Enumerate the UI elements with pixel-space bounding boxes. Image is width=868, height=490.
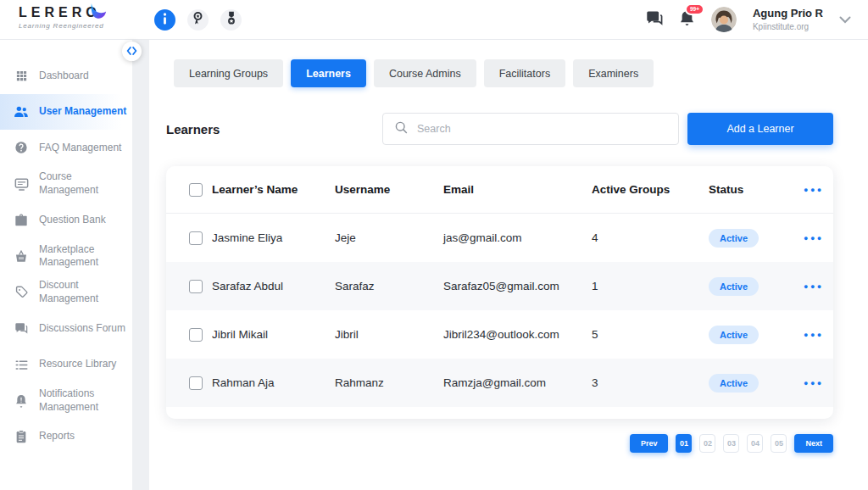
col-header-email: Email xyxy=(443,183,592,196)
briefcase-icon xyxy=(14,214,29,226)
basket-icon xyxy=(14,250,29,263)
medal-button[interactable] xyxy=(220,9,242,31)
cell-username: Rahmanz xyxy=(335,376,443,389)
user-menu[interactable]: Agung Prio R Kpiinstitute.org xyxy=(753,8,823,31)
table-header-menu-button[interactable]: ●●● xyxy=(800,186,833,194)
medal-icon xyxy=(226,11,236,28)
row-menu-button[interactable]: ●●● xyxy=(800,331,833,339)
sidebar-item-label: Marketplace Management xyxy=(39,243,129,270)
sidebar-item-label: User Management xyxy=(39,105,126,119)
sidebar-item-discount-management[interactable]: Discount Management xyxy=(0,275,132,311)
chevron-down-icon xyxy=(839,14,851,26)
notifications-button[interactable]: 99+ xyxy=(679,10,695,30)
cell-username: Sarafaz xyxy=(335,280,443,292)
pagination-page-1[interactable]: 01 xyxy=(676,434,692,453)
cell-groups: 3 xyxy=(592,376,709,389)
cell-email: Sarafaz05@gmail.com xyxy=(443,280,592,292)
messages-icon xyxy=(645,10,663,29)
chat-icon xyxy=(14,322,29,335)
rosette-badge-icon xyxy=(192,11,204,28)
sidebar-item-marketplace-management[interactable]: Marketplace Management xyxy=(0,238,132,275)
sidebar-item-discussions-forum[interactable]: Discussions Forum xyxy=(0,310,132,347)
sidebar-item-faq-management[interactable]: FAQ Management xyxy=(0,130,132,166)
row-menu-button[interactable]: ●●● xyxy=(800,379,833,387)
sidebar-item-dashboard[interactable]: Dashboard xyxy=(0,58,132,94)
sidebar-item-label: Resource Library xyxy=(39,358,116,371)
row-menu-button[interactable]: ●●● xyxy=(800,234,833,242)
pagination-page-2[interactable]: 02 xyxy=(699,434,715,453)
sidebar-item-label: Question Bank xyxy=(39,214,106,227)
select-all-checkbox[interactable] xyxy=(189,183,203,197)
user-name: Agung Prio R xyxy=(753,8,823,19)
pagination-next-button[interactable]: Next xyxy=(794,434,833,453)
question-circle-icon xyxy=(14,141,29,154)
row-checkbox[interactable] xyxy=(189,231,203,245)
table-row: Sarafaz Abdul Sarafaz Sarafaz05@gmail.co… xyxy=(166,262,833,310)
pagination-page-3[interactable]: 03 xyxy=(723,434,739,453)
sidebar-item-user-management[interactable]: User Management xyxy=(0,94,132,131)
page-title: Learners xyxy=(166,122,382,136)
cell-name: Sarafaz Abdul xyxy=(212,280,335,292)
tab-course-admins[interactable]: Course Admins xyxy=(374,59,476,87)
sidebar-nav: Dashboard User Management FAQ Management… xyxy=(0,40,132,490)
row-checkbox[interactable] xyxy=(189,280,203,293)
messages-button[interactable] xyxy=(645,10,663,29)
search-input[interactable] xyxy=(417,123,667,135)
list-icon xyxy=(14,359,29,370)
role-tabs: Learning Groups Learners Course Admins F… xyxy=(174,59,833,87)
sidebar-item-reports[interactable]: Reports xyxy=(0,419,132,455)
collapse-chevrons-icon xyxy=(126,45,137,58)
sidebar-item-label: Course Management xyxy=(39,170,129,197)
cell-email: jas@gmail.com xyxy=(443,231,592,244)
tab-learning-groups[interactable]: Learning Groups xyxy=(174,59,283,87)
sidebar-item-label: Discussions Forum xyxy=(39,322,125,336)
header-right-cluster: 99+ Agung Prio R Kpiinstitute.org xyxy=(645,7,868,32)
sidebar-item-resource-library[interactable]: Resource Library xyxy=(0,347,132,383)
learners-table: Learner’s Name Username Email Active Gro… xyxy=(166,166,833,419)
sidebar-item-question-bank[interactable]: Question Bank xyxy=(0,202,132,238)
info-icon xyxy=(163,13,167,27)
row-checkbox[interactable] xyxy=(189,328,203,342)
sidebar-item-notifications-management[interactable]: Notifications Management xyxy=(0,382,132,419)
cell-name: Rahman Aja xyxy=(212,376,335,389)
cell-email: Ramzja@gmail.com xyxy=(443,376,592,389)
cell-email: Jibril234@outlook.com xyxy=(443,328,592,341)
pagination: Prev 01 02 03 04 05 Next xyxy=(166,434,833,453)
tag-icon xyxy=(14,286,29,298)
tab-facilitators[interactable]: Facilitators xyxy=(484,59,565,87)
info-button[interactable] xyxy=(154,9,175,31)
sidebar-item-label: Dashboard xyxy=(39,70,89,83)
user-org: Kpiinstitute.org xyxy=(753,22,823,31)
sidebar-item-course-management[interactable]: Course Management xyxy=(0,166,132,203)
col-header-status: Status xyxy=(709,183,800,196)
status-badge: Active xyxy=(709,374,759,393)
user-avatar[interactable] xyxy=(711,7,737,32)
user-menu-chevron[interactable] xyxy=(839,14,851,26)
add-learner-button[interactable]: Add a Learner xyxy=(687,113,833,145)
bell-icon xyxy=(14,394,29,408)
sidebar-item-label: Notifications Management xyxy=(39,387,129,414)
sidebar-collapse-button[interactable] xyxy=(122,42,142,61)
search-box xyxy=(382,113,679,145)
search-icon xyxy=(394,120,408,137)
row-checkbox[interactable] xyxy=(189,376,203,390)
pagination-prev-button[interactable]: Prev xyxy=(630,434,669,453)
top-header: LERERO Learning Reengineered xyxy=(0,0,868,40)
tab-examiners[interactable]: Examiners xyxy=(573,59,654,87)
cell-username: Jeje xyxy=(335,231,443,244)
tab-learners[interactable]: Learners xyxy=(291,59,366,87)
table-row: Rahman Aja Rahmanz Ramzja@gmail.com 3 Ac… xyxy=(166,359,833,407)
users-icon xyxy=(14,105,29,118)
pagination-page-5[interactable]: 05 xyxy=(771,434,787,453)
toolbar-row: Learners Add a Learner xyxy=(166,113,833,145)
col-header-name: Learner’s Name xyxy=(212,183,335,196)
monitor-icon xyxy=(14,178,29,191)
pagination-page-4[interactable]: 04 xyxy=(747,434,763,453)
cell-name: Jibril Mikail xyxy=(212,328,335,341)
header-quick-actions xyxy=(154,9,242,31)
status-badge: Active xyxy=(709,277,759,296)
rosette-badge-button[interactable] xyxy=(187,9,209,31)
table-row: Jibril Mikail Jibril Jibril234@outlook.c… xyxy=(166,310,833,359)
status-badge: Active xyxy=(709,326,759,344)
row-menu-button[interactable]: ●●● xyxy=(800,282,833,291)
